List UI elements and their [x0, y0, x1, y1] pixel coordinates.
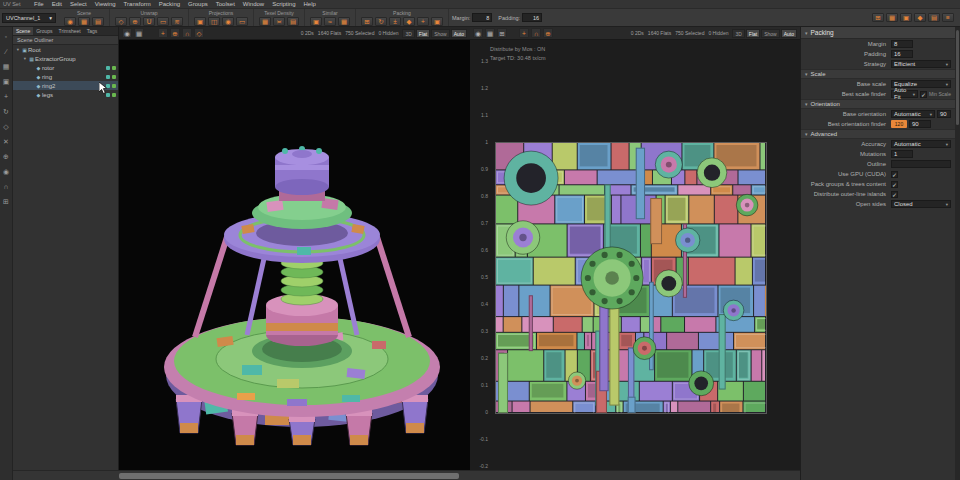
padding-row-input[interactable]: 16 [891, 50, 913, 58]
weld-icon[interactable]: ⊕ [129, 17, 141, 26]
tree-row-root[interactable]: ▾▣Root [13, 45, 118, 54]
mesh-visible-icon[interactable] [112, 93, 116, 97]
advanced-section-header[interactable]: ▾ Advanced [801, 129, 960, 139]
box-projection-icon[interactable]: ▣ [194, 17, 206, 26]
magnet-tool-icon[interactable]: ∩ [2, 182, 11, 191]
uv-pivot-icon[interactable]: + [519, 28, 529, 38]
uv-visible-icon[interactable] [106, 75, 110, 79]
optimize-icon[interactable]: ≋ [171, 17, 183, 26]
island-tool-icon[interactable]: ⊞ [872, 13, 884, 22]
select-edge-icon[interactable]: ∕ [2, 47, 11, 56]
align-tool-icon[interactable]: ▦ [886, 13, 898, 22]
pack-move-icon[interactable]: + [417, 17, 429, 26]
menu-window[interactable]: Window [239, 0, 268, 9]
planar-projection-icon[interactable]: ▭ [236, 17, 248, 26]
td-set-icon[interactable]: ≍ [273, 17, 285, 26]
best-scale-finder-dropdown[interactable]: Auto Fit▾ [891, 90, 918, 98]
viewport-3d[interactable]: ◉▦ +⊕∩◇ 0 2Ds1640 Flats750 Selected0 Hid… [119, 27, 470, 470]
uv-axis-icon[interactable]: ⊕ [543, 28, 553, 38]
td-get-icon[interactable]: ▦ [259, 17, 271, 26]
pack-rotate-icon[interactable]: ◆ [403, 17, 415, 26]
menu-transform[interactable]: Transform [120, 0, 155, 9]
tab-scene[interactable]: Scene [13, 27, 33, 35]
menu-help[interactable]: Help [299, 0, 319, 9]
accuracy-dropdown[interactable]: Automatic▾ [891, 140, 951, 148]
uv-channel-select[interactable]: UVChannel_1 ▾ [2, 13, 56, 23]
uv-camera-icon[interactable]: ◉ [473, 28, 483, 38]
right-panel-scroll-thumb[interactable] [956, 30, 959, 125]
orientation-step-input[interactable]: 90 [937, 110, 951, 118]
gpu-checkbox[interactable]: ✓ [891, 171, 898, 178]
similar-stack-icon[interactable]: ▣ [310, 17, 322, 26]
mesh-visible-icon[interactable] [112, 84, 116, 88]
margin-input[interactable]: 8 [472, 13, 492, 22]
select-island-icon[interactable]: ▣ [2, 77, 11, 86]
weld-tool-icon[interactable]: ⊕ [2, 152, 11, 161]
camera-icon[interactable]: ◉ [122, 28, 132, 38]
mesh-visible-icon[interactable] [112, 66, 116, 70]
tree-row-ring[interactable]: ◆ring [13, 72, 118, 81]
view-mode-auto[interactable]: Auto [451, 29, 467, 38]
right-panel-scrollbar[interactable] [955, 27, 960, 480]
view-mode-3d[interactable]: 3D [732, 29, 744, 38]
menu-edit[interactable]: Edit [48, 0, 66, 9]
horizontal-scroll-thumb[interactable] [119, 473, 459, 479]
rotate-tool-icon[interactable]: ↻ [2, 107, 11, 116]
view-mode-show[interactable]: Show [761, 29, 780, 38]
scale-section-header[interactable]: ▾ Scale [801, 69, 960, 79]
open-sides-dropdown[interactable]: Closed▾ [891, 200, 951, 208]
unfold-icon[interactable]: U [143, 17, 155, 26]
margin-row-input[interactable]: 8 [891, 40, 913, 48]
packing-panel-header[interactable]: ▾ Packing [801, 27, 960, 39]
pivot-icon[interactable]: + [158, 28, 168, 38]
view-mode-3d[interactable]: 3D [402, 29, 414, 38]
tree-row-rotor[interactable]: ◆rotor [13, 63, 118, 72]
uv-visible-icon[interactable] [106, 66, 110, 70]
layers-icon[interactable]: ▤ [92, 17, 104, 26]
settings-tool-icon[interactable]: ≡ [942, 13, 954, 22]
move-tool-icon[interactable]: + [2, 92, 11, 101]
td-apply-icon[interactable]: ▤ [287, 17, 299, 26]
select-polygon-icon[interactable]: ▦ [2, 62, 11, 71]
view-mode-show[interactable]: Show [431, 29, 450, 38]
menu-viewing[interactable]: Viewing [91, 0, 120, 9]
uv-tile[interactable] [495, 142, 767, 414]
pack-icon[interactable]: ⊞ [361, 17, 373, 26]
stack-tool-icon[interactable]: ▣ [900, 13, 912, 22]
pack-group-icon[interactable]: ▣ [431, 17, 443, 26]
mutations-input[interactable]: 1 [891, 150, 913, 158]
tab-groups[interactable]: Groups [33, 27, 55, 35]
padding-input[interactable]: 16 [522, 13, 542, 22]
cylinder-projection-icon[interactable]: ◫ [208, 17, 220, 26]
orientation-section-header[interactable]: ▾ Orientation [801, 99, 960, 109]
mesh-visible-icon[interactable] [112, 75, 116, 79]
outline-input[interactable] [891, 160, 951, 168]
snapshot-icon[interactable]: ▦ [134, 28, 144, 38]
similar-apply-icon[interactable]: ▦ [338, 17, 350, 26]
menu-packing[interactable]: Packing [155, 0, 184, 9]
tree-row-extractorgroup[interactable]: ▾▦ExtractorGroup [13, 54, 118, 63]
brush-tool-icon[interactable]: ◉ [2, 167, 11, 176]
tab-trimsheet[interactable]: Trimsheet [56, 27, 84, 35]
pack-groups-checkbox[interactable]: ✓ [891, 181, 898, 188]
view-mode-flat[interactable]: Flat [746, 29, 760, 38]
spread-tool-icon[interactable]: ◆ [914, 13, 926, 22]
select-vertex-icon[interactable]: ◦ [2, 32, 11, 41]
grid-tool-icon[interactable]: ⊞ [2, 197, 11, 206]
uv-magnet-icon[interactable]: ∩ [531, 28, 541, 38]
base-orientation-dropdown[interactable]: Automatic▾ [891, 110, 935, 118]
horizontal-scrollbar[interactable] [13, 470, 800, 480]
cut-tool-icon[interactable]: ✕ [2, 137, 11, 146]
uv-snapshot-icon[interactable]: ▦ [485, 28, 495, 38]
menu-toolset[interactable]: Toolset [212, 0, 239, 9]
flatten-icon[interactable]: ▭ [157, 17, 169, 26]
min-scale-checkbox[interactable]: ✓ [920, 91, 927, 98]
sphere-projection-icon[interactable]: ◉ [222, 17, 234, 26]
view-mode-auto[interactable]: Auto [781, 29, 797, 38]
best-orientation-input[interactable]: 90 [909, 120, 931, 128]
symmetry-icon[interactable]: ◇ [194, 28, 204, 38]
menu-scripting[interactable]: Scripting [268, 0, 299, 9]
menu-select[interactable]: Select [66, 0, 91, 9]
distribute-checkbox[interactable]: ✓ [891, 191, 898, 198]
viewport-uv[interactable]: ◉▦⊞ +∩⊕ 0 2Ds1640 Flats750 Selected0 Hid… [470, 27, 800, 470]
